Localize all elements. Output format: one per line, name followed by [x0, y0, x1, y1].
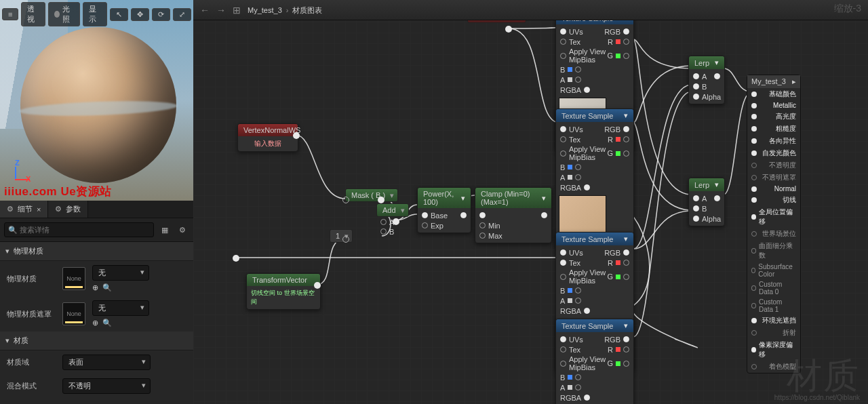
- search-input[interactable]: [4, 222, 154, 237]
- material-graph[interactable]: ← → ⊞ My_test_3›材质图表 缩放-3: [193, 0, 868, 404]
- node-lerp-2[interactable]: Lerp▾ A B Alpha: [688, 178, 725, 226]
- credit-text: https://blog.csdn.net/Qiblank: [774, 394, 860, 401]
- blend-dropdown[interactable]: 不透明: [62, 378, 151, 394]
- result-pin[interactable]: Metallic: [747, 100, 800, 110]
- tool-move[interactable]: ✥: [131, 8, 149, 21]
- grid-icon[interactable]: ▦: [158, 223, 172, 237]
- prop-material-domain: 材质域 表面: [0, 350, 193, 374]
- tab-params[interactable]: ⚙参数: [48, 201, 88, 218]
- graph-topbar: ← → ⊞ My_test_3›材质图表: [193, 0, 868, 20]
- search-icon: 🔍: [8, 226, 18, 235]
- panel-tabs: ⚙细节× ⚙参数: [0, 201, 193, 218]
- result-pin[interactable]: 环境光遮挡: [747, 315, 800, 327]
- node-material-result[interactable]: My_test_3▸ 基础颜色Metallic高光度粗糙度各向异性自发光颜色不透…: [747, 75, 801, 373]
- nav-fwd[interactable]: →: [216, 5, 226, 16]
- result-pin[interactable]: Custom Data 1: [747, 297, 800, 315]
- menu-button[interactable]: ≡: [2, 8, 18, 20]
- tool-scale[interactable]: ⤢: [173, 8, 191, 21]
- tool-select[interactable]: ↖: [110, 8, 128, 21]
- node-const-1[interactable]: 1: [330, 229, 353, 243]
- result-pin[interactable]: 不透明遮罩: [747, 171, 800, 184]
- node-vertexnormalws[interactable]: VertexNormalWS 输入数据: [237, 123, 298, 152]
- result-pin[interactable]: Subsurface Color: [747, 262, 800, 279]
- viewport-toolbar: ≡ 透视 光照 显示 ↖ ✥ ⟳ ⤢: [0, 0, 193, 28]
- result-pin[interactable]: 切线: [747, 194, 800, 206]
- result-pin[interactable]: 粗糙度: [747, 123, 800, 135]
- result-pin[interactable]: 高光度: [747, 110, 800, 123]
- result-pin[interactable]: 曲面细分乘数: [747, 240, 800, 262]
- tool-rotate[interactable]: ⟳: [152, 8, 170, 21]
- sliders-icon: ⚙: [55, 205, 62, 214]
- section-physical-material[interactable]: ▾物理材质: [0, 242, 193, 261]
- zoom-label: 缩放-3: [834, 3, 861, 15]
- lighting-button[interactable]: 光照: [48, 2, 80, 26]
- gear-icon[interactable]: ⚙: [176, 223, 189, 237]
- prop-blend-mode: 混合模式 不透明: [0, 374, 193, 398]
- tab-details[interactable]: ⚙细节×: [0, 201, 48, 218]
- search-row: 🔍 ▦ ⚙: [0, 218, 193, 242]
- left-panel: ≡ 透视 光照 显示 ↖ ✥ ⟳ ⤢ ZX iiiue.com Ue资源站 ⚙细…: [0, 0, 193, 404]
- nav-back[interactable]: ←: [200, 5, 210, 16]
- node-mask[interactable]: Mask ( B ): [345, 188, 398, 202]
- phys-mask-dropdown[interactable]: 无: [92, 300, 149, 316]
- domain-dropdown[interactable]: 表面: [62, 355, 151, 370]
- breadcrumb[interactable]: My_test_3›材质图表: [248, 5, 322, 16]
- prop-physical-material: 物理材质 None 无 ⊕🔍: [0, 261, 193, 296]
- phys-mat-dropdown[interactable]: 无: [92, 265, 149, 281]
- section-material[interactable]: ▾材质: [0, 331, 193, 350]
- perspective-button[interactable]: 透视: [21, 2, 45, 26]
- axis-gizmo: ZX: [7, 159, 34, 186]
- result-pin[interactable]: 折射: [747, 327, 800, 339]
- browse-icon[interactable]: 🔍: [102, 319, 112, 327]
- graph-icon: ⊞: [233, 5, 241, 16]
- asset-thumb[interactable]: None: [62, 267, 85, 290]
- result-pin[interactable]: Custom Data 0: [747, 279, 800, 297]
- details-panel[interactable]: ▾物理材质 物理材质 None 无 ⊕🔍 物理材质遮罩 None 无 ⊕🔍 ▾材…: [0, 242, 193, 404]
- chevron-down-icon: ▾: [5, 336, 9, 345]
- use-icon[interactable]: ⊕: [92, 319, 98, 327]
- watermark-text: iiiue.com Ue资源站: [4, 184, 112, 199]
- result-pin[interactable]: 各向异性: [747, 135, 800, 147]
- node-add[interactable]: Add: [376, 203, 409, 217]
- result-pin[interactable]: Normal: [747, 184, 800, 194]
- result-pin[interactable]: 不透明度: [747, 159, 800, 171]
- node-transformvector[interactable]: TransformVector 切线空间 to 世界场景空间: [246, 273, 321, 310]
- result-pin[interactable]: 全局位置偏移: [747, 206, 800, 228]
- node-power[interactable]: Power(X, 100)▾ Base Exp: [417, 187, 471, 233]
- prop-physical-material-mask: 物理材质遮罩 None 无 ⊕🔍: [0, 296, 193, 331]
- node-texturesample-4[interactable]: Texture Sample▾ UVsRGB TexR Apply View M…: [555, 319, 634, 404]
- material-preview[interactable]: ≡ 透视 光照 显示 ↖ ✥ ⟳ ⤢ ZX iiiue.com Ue资源站: [0, 0, 193, 201]
- asset-thumb[interactable]: None: [62, 302, 85, 325]
- result-pin[interactable]: 自发光颜色: [747, 147, 800, 159]
- browse-icon[interactable]: 🔍: [102, 283, 112, 292]
- chevron-down-icon: ▾: [5, 247, 9, 256]
- graph-watermark: 材质: [787, 352, 860, 400]
- close-icon[interactable]: ×: [37, 205, 41, 214]
- node-clamp[interactable]: Clamp (Min=0) (Max=1)▾ Min Max: [475, 187, 552, 243]
- use-icon[interactable]: ⊕: [92, 283, 98, 292]
- result-pin[interactable]: 基础颜色: [747, 88, 800, 100]
- result-pin[interactable]: 世界场景位: [747, 228, 800, 240]
- display-button[interactable]: 显示: [83, 2, 107, 26]
- node-lerp-1[interactable]: Lerp▾ A B Alpha: [688, 56, 725, 104]
- node-texturesample-2[interactable]: Texture Sample▾ UVsRGB TexR Apply View M…: [555, 108, 634, 248]
- sliders-icon: ⚙: [7, 205, 14, 214]
